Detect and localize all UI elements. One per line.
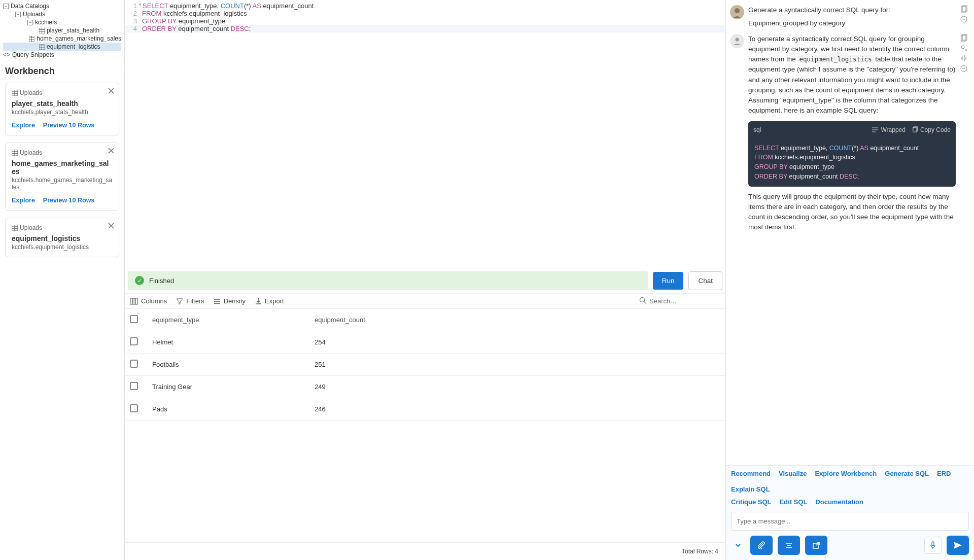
table-header-row: equipment_type equipment_count [125,309,725,331]
tree-snippets-label: Query Snippets [12,51,54,58]
svg-marker-33 [177,299,183,304]
microphone-icon [929,541,936,549]
sql-editor[interactable]: 1▾SELECT equipment_type, COUNT(*) AS equ… [125,0,725,34]
expander-icon[interactable]: − [3,4,9,9]
uploads-badge-label: Uploads [20,89,42,96]
paperclip-icon [757,541,766,549]
align-button[interactable] [778,536,800,555]
tree-item-label: home_games_marketing_sales [37,35,121,42]
cell-count: 251 [309,354,725,376]
checkbox[interactable] [130,404,138,412]
preview-link[interactable]: Preview 10 Rows [43,197,94,204]
table-icon [39,27,45,33]
link-explore-workbench[interactable]: Explore Workbench [815,470,877,477]
column-header[interactable]: equipment_type [147,309,309,331]
link-recommend[interactable]: Recommend [731,470,771,477]
send-button[interactable] [947,536,969,555]
copy-code-button[interactable]: Copy Code [912,125,951,134]
workbench-section: Workbench Uploads player_stats_health kc… [0,61,124,269]
close-icon[interactable] [108,147,115,156]
chat-body: Generate a syntactically correct SQL que… [726,0,974,465]
chat-button[interactable]: Chat [688,271,722,290]
code-lang-label: sql [753,125,761,134]
table-row[interactable]: Pads246 [125,398,725,421]
code-block: sql Wrapped Copy Code SELECT equipment_t… [748,121,956,187]
user-avatar [730,5,744,19]
checkbox[interactable] [130,360,138,368]
bot-paragraph-2: This query will group the equipment by t… [748,192,956,233]
workbench-card-player: Uploads player_stats_health kcchiefs.pla… [5,83,119,135]
workbench-card-name: equipment_logistics [12,234,113,242]
code-line: ORDER BY equipment_count DESC; [142,25,251,32]
column-header[interactable]: equipment_count [309,309,725,331]
tree-kcchiefs[interactable]: − kcchiefs [3,18,121,26]
cell-type: Pads [147,398,309,421]
tree-table-equipment[interactable]: equipment_logistics [3,43,121,51]
density-icon [214,298,221,304]
copy-icon[interactable] [960,34,968,42]
export-button[interactable]: Export [255,297,284,305]
link-generate-sql[interactable]: Generate SQL [885,470,929,477]
audio-icon[interactable] [960,54,968,62]
code-body[interactable]: SELECT equipment_type, COUNT(*) AS equip… [748,138,956,187]
open-new-icon [812,541,820,549]
collapse-icon[interactable] [960,64,968,73]
svg-rect-64 [932,542,934,546]
run-button[interactable]: Run [653,272,684,290]
link-explain-sql[interactable]: Explain SQL [731,485,770,493]
tree-snippets[interactable]: <> Query Snippets [3,51,121,59]
results-table-area: equipment_type equipment_count Helmet254… [125,309,725,542]
bot-paragraph-1: To generate a syntactically correct SQL … [748,34,956,116]
table-row[interactable]: Helmet254 [125,331,725,354]
collapse-icon[interactable] [960,15,968,23]
user-compare-icon[interactable] [960,44,968,52]
attach-button[interactable] [750,536,773,555]
link-erd[interactable]: ERD [937,470,951,477]
cell-type: Helmet [147,331,309,354]
send-icon [953,541,962,549]
tree-uploads[interactable]: − Uploads [3,10,121,18]
link-documentation[interactable]: Documentation [815,498,863,506]
link-visualize[interactable]: Visualize [779,470,807,477]
close-icon[interactable] [108,87,115,96]
mic-button[interactable] [924,537,942,554]
chat-footer: Recommend Visualize Explore Workbench Ge… [726,465,974,560]
preview-link[interactable]: Preview 10 Rows [43,122,94,129]
checkbox[interactable] [130,337,138,345]
fold-icon[interactable]: ▾ [139,2,142,10]
close-icon[interactable] [108,222,115,231]
wrap-toggle[interactable]: Wrapped [872,125,905,134]
open-new-button[interactable] [805,536,827,555]
table-row[interactable]: Footballs251 [125,354,725,376]
code-icon: <> [3,52,10,58]
tree-table-player[interactable]: player_stats_health [3,26,121,34]
uploads-badge: Uploads [12,149,42,156]
cell-count: 249 [309,376,725,398]
expander-icon[interactable]: − [27,20,33,25]
table-row[interactable]: Training Gear249 [125,376,725,398]
tree-table-marketing[interactable]: home_games_marketing_sales [3,34,121,43]
bot-message: To generate a syntactically correct SQL … [730,34,968,233]
tree-root[interactable]: − Data Catalogs [3,2,121,10]
copy-icon[interactable] [960,5,968,13]
link-edit-sql[interactable]: Edit SQL [779,498,807,506]
code-line: FROM kcchiefs.equipment_logistics [142,10,247,17]
density-button[interactable]: Density [214,297,246,305]
export-icon [255,298,262,305]
svg-rect-32 [135,298,137,304]
expander-icon[interactable]: − [15,12,21,17]
explore-link[interactable]: Explore [12,197,35,204]
columns-button[interactable]: Columns [130,297,167,305]
explore-link[interactable]: Explore [12,122,35,129]
link-critique-sql[interactable]: Critique SQL [731,498,771,506]
checkbox[interactable] [130,315,138,323]
filters-button[interactable]: Filters [176,297,204,305]
main-panel: 1▾SELECT equipment_type, COUNT(*) AS equ… [125,0,725,560]
checkbox[interactable] [130,382,138,390]
line-number: 3 [125,17,142,25]
chevron-down-icon[interactable] [731,536,745,555]
columns-icon [130,298,138,305]
results-table: equipment_type equipment_count Helmet254… [125,309,725,421]
chat-input[interactable] [731,512,969,531]
search-input[interactable] [649,297,720,305]
